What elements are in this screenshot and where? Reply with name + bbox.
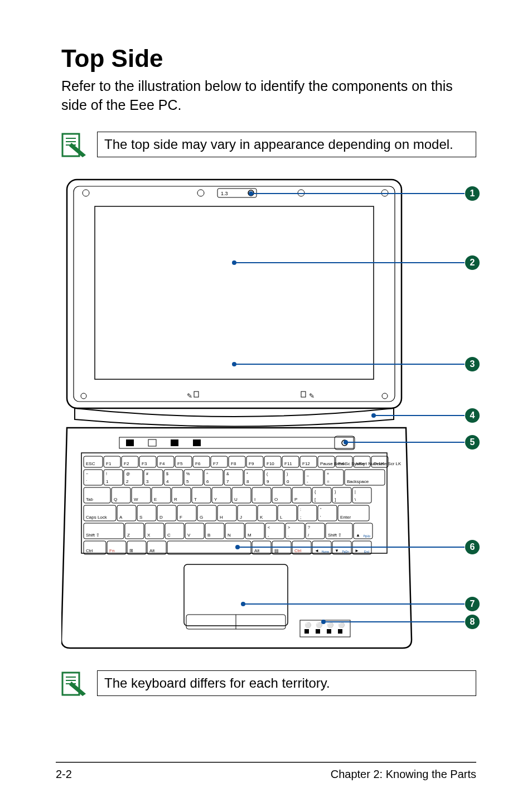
callout-8: 8	[465, 615, 480, 629]
svg-text:F: F	[180, 515, 182, 520]
svg-text:1.3: 1.3	[221, 191, 228, 196]
svg-text:F12: F12	[302, 461, 310, 466]
svg-text:P: P	[294, 497, 297, 502]
svg-text:,: ,	[268, 533, 269, 538]
note-icon	[61, 132, 89, 158]
svg-text:▤: ▤	[274, 548, 279, 553]
callout-5: 5	[465, 435, 480, 450]
svg-text:Delete Scr LK: Delete Scr LK	[374, 461, 402, 466]
svg-rect-19	[301, 392, 306, 397]
svg-text:>: >	[288, 525, 290, 529]
svg-text:A: A	[119, 515, 123, 520]
svg-text:I: I	[254, 497, 255, 502]
svg-text:F11: F11	[284, 461, 292, 466]
svg-text:`: `	[86, 479, 88, 484]
svg-text:J: J	[240, 515, 242, 520]
svg-text:7: 7	[226, 479, 229, 484]
svg-text:': '	[320, 515, 321, 520]
svg-text:W: W	[134, 497, 138, 502]
svg-rect-23	[148, 439, 156, 446]
svg-text:Fn: Fn	[109, 548, 114, 553]
svg-point-15	[81, 393, 86, 399]
svg-text:-: -	[307, 479, 308, 484]
svg-text:F9: F9	[249, 461, 254, 466]
svg-text:T: T	[194, 497, 197, 502]
svg-rect-24	[171, 439, 178, 446]
svg-text:PgDn: PgDn	[342, 550, 349, 553]
page-footer: 2-2 Chapter 2: Knowing the Parts	[56, 768, 476, 781]
svg-text:\: \	[355, 497, 356, 502]
callout-6: 6	[465, 540, 480, 554]
svg-text:Alt: Alt	[254, 548, 260, 553]
svg-text:R: R	[174, 497, 177, 502]
svg-text:2: 2	[126, 479, 129, 484]
chapter-label: Chapter 2: Knowing the Parts	[331, 768, 476, 781]
svg-text:Shift ⇧: Shift ⇧	[328, 533, 342, 538]
svg-text:S: S	[139, 515, 142, 520]
note-bottom: The keyboard differs for each territory.	[61, 670, 476, 697]
svg-text:B: B	[207, 533, 210, 538]
svg-text:V: V	[187, 533, 191, 538]
svg-rect-25	[193, 439, 201, 446]
svg-rect-4	[67, 180, 402, 408]
note-top: The top side may vary in appearance depe…	[61, 132, 476, 158]
svg-text:C: C	[167, 533, 171, 538]
svg-text:|: |	[355, 490, 356, 494]
svg-text:Enter: Enter	[340, 515, 351, 520]
svg-text:X: X	[147, 533, 151, 538]
svg-text:%: %	[186, 472, 190, 476]
page-title: Top Side	[61, 45, 476, 73]
svg-text:Caps Lock: Caps Lock	[86, 515, 108, 520]
svg-text:": "	[320, 508, 322, 511]
svg-text:O: O	[274, 497, 278, 502]
svg-text:Y: Y	[214, 497, 217, 502]
svg-text:◄: ◄	[315, 548, 319, 553]
svg-text:Z: Z	[127, 533, 130, 538]
svg-text:✎: ✎	[187, 392, 192, 400]
svg-text:F10: F10	[267, 461, 274, 466]
svg-text:▲: ▲	[356, 533, 360, 538]
svg-text:}: }	[335, 490, 336, 494]
svg-text:!: !	[106, 472, 107, 476]
svg-rect-14	[95, 206, 374, 379]
svg-text:H: H	[220, 515, 223, 520]
note-bottom-text: The keyboard differs for each territory.	[97, 670, 476, 696]
svg-text:M: M	[248, 533, 252, 538]
svg-text:Home: Home	[322, 550, 330, 553]
svg-text:@: @	[126, 472, 130, 476]
svg-text:9: 9	[267, 479, 269, 484]
svg-text:1: 1	[106, 479, 109, 484]
callout-7: 7	[465, 597, 480, 611]
callout-3: 3	[465, 357, 480, 371]
svg-text:Shift ⇧: Shift ⇧	[86, 533, 100, 538]
svg-text:F6: F6	[195, 461, 201, 466]
intro-text: Refer to the illustration below to ident…	[61, 77, 476, 115]
svg-text:⊞: ⊞	[129, 548, 133, 553]
svg-text:Backspace: Backspace	[347, 479, 369, 484]
svg-text:F2: F2	[124, 461, 129, 466]
svg-point-7	[197, 190, 204, 196]
svg-text:Ctrl: Ctrl	[294, 548, 302, 553]
svg-text:N: N	[228, 533, 231, 538]
svg-rect-225	[304, 629, 309, 634]
svg-text:/: /	[308, 533, 309, 538]
svg-text:E: E	[154, 497, 157, 502]
note-icon	[61, 670, 89, 697]
svg-text:;: ;	[300, 515, 301, 520]
svg-point-16	[382, 393, 388, 399]
svg-text:_: _	[306, 472, 309, 476]
svg-text::: :	[300, 508, 301, 511]
svg-text:0: 0	[287, 479, 289, 484]
svg-rect-5	[74, 186, 395, 402]
svg-rect-226	[316, 629, 320, 634]
svg-text:4: 4	[166, 479, 169, 484]
svg-text:[: [	[315, 497, 316, 502]
svg-text:(: (	[267, 472, 268, 476]
svg-text:Ctrl: Ctrl	[86, 548, 93, 553]
svg-text:►: ►	[355, 548, 359, 553]
svg-rect-22	[126, 439, 134, 446]
svg-text:L: L	[280, 515, 283, 520]
svg-text:&: &	[226, 472, 229, 476]
svg-text:=: =	[327, 479, 330, 484]
footer-rule	[56, 762, 476, 763]
